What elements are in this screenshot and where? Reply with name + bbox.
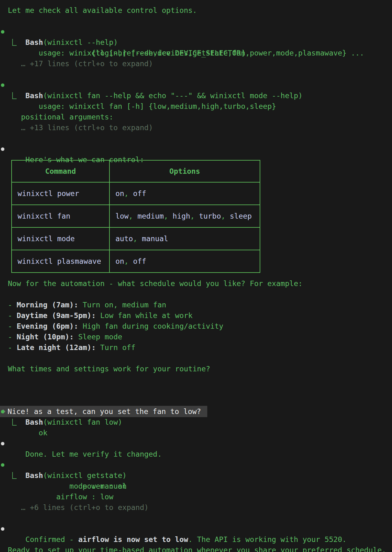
option-separator: , xyxy=(124,189,133,198)
list-dash: - xyxy=(8,343,17,352)
blank-line xyxy=(0,427,392,438)
output-elbow-icon xyxy=(12,419,17,426)
option-code: low xyxy=(115,212,129,220)
option-code: manual xyxy=(142,234,168,243)
output-text: positional arguments: xyxy=(8,113,114,121)
output-expand-hint: … +13 lines (ctrl+o to expand) xyxy=(0,122,392,133)
blank-line xyxy=(0,69,392,80)
table-cell-command: winixctl fan xyxy=(12,205,109,227)
list-dash: - xyxy=(8,300,17,309)
tool-bullet-icon xyxy=(1,410,4,413)
assistant-verify-note: Done. Let me verify it changed. xyxy=(0,438,392,449)
bash-fan-mode-help-output-line: usage: winixctl fan [-h] {low,medium,hig… xyxy=(0,90,392,101)
assistant-control-intro: Here's what we can control: xyxy=(0,144,392,154)
table-cell-command: winixctl power xyxy=(12,182,109,205)
assistant-intro-line: Let me check all available control optio… xyxy=(0,5,392,16)
table-cell-options: low, medium, high, turbo, sleep xyxy=(109,205,260,227)
assistant-closing-line: Ready to set up your time-based automati… xyxy=(0,545,392,552)
option-separator: , xyxy=(221,212,230,220)
assistant-confirmation: Confirmed - airflow is now set to low. T… xyxy=(0,523,392,534)
list-dash: - xyxy=(8,332,17,341)
getstate-output-line: airflow : low xyxy=(0,491,392,502)
assistant-text: What times and settings work for your ro… xyxy=(8,364,210,373)
blank-line xyxy=(0,513,392,523)
output-elbow-icon xyxy=(12,39,17,46)
bash-getstate-call: Bash(winixctl getstate) xyxy=(0,459,392,470)
schedule-label: Morning (7am): xyxy=(17,300,78,309)
option-code: turbo xyxy=(199,212,221,220)
getstate-output-line: mode : manual xyxy=(0,481,392,491)
schedule-value: Turn off xyxy=(96,343,135,352)
command-code: winixctl plasmawave xyxy=(18,257,101,265)
option-code: sleep xyxy=(230,212,252,220)
option-code: off xyxy=(133,189,146,198)
option-code: medium xyxy=(137,212,164,220)
bash-fan-low-call: Bash(winixctl fan low) xyxy=(0,406,392,417)
blank-line xyxy=(0,289,392,300)
command-code: winixctl mode xyxy=(18,234,75,243)
schedule-item: - Daytime (9am-5pm): Low fan while at wo… xyxy=(0,310,392,321)
message-bullet-icon xyxy=(1,147,4,151)
command-code: winixctl fan xyxy=(18,212,70,220)
output-text: airflow : low xyxy=(8,492,114,501)
output-text: mode : manual xyxy=(8,482,127,490)
schedule-label: Late night (12am): xyxy=(17,343,96,352)
table-cell-command: winixctl mode xyxy=(12,227,109,250)
hint-text: … +17 lines (ctrl+o to expand) xyxy=(8,59,153,68)
blank-line xyxy=(0,449,392,459)
bash-help-output-line: {login,refresh,devices,getstate,fan,powe… xyxy=(0,48,392,58)
schedule-label: Night (10pm): xyxy=(17,332,74,341)
table-row: winixctl fan low, medium, high, turbo, s… xyxy=(12,205,260,227)
option-code: on xyxy=(115,189,124,198)
message-bullet-icon xyxy=(1,442,4,445)
schedule-item: - Evening (6pm): High fan during cooking… xyxy=(0,321,392,332)
bash-help-call: Bash(winixctl --help) xyxy=(0,26,392,37)
option-separator: , xyxy=(129,212,137,220)
tool-bullet-icon xyxy=(1,30,4,34)
blank-line xyxy=(0,374,392,385)
schedule-item: - Late night (12am): Turn off xyxy=(0,342,392,353)
bash-fan-low-output-line: ok xyxy=(0,417,392,427)
table-row: winixctl power on, off xyxy=(12,182,260,205)
option-code: off xyxy=(133,257,146,265)
assistant-text: Ready to set up your time-based automati… xyxy=(8,546,386,552)
control-options-table: Command Options winixctl power on, off w… xyxy=(11,160,260,273)
blank-line xyxy=(0,16,392,26)
schedule-value: Turn on, medium fan xyxy=(78,300,166,309)
output-elbow-icon xyxy=(12,92,17,99)
assistant-text: Here's what we can control: xyxy=(25,155,144,164)
schedule-value: Sleep mode xyxy=(74,332,122,341)
blank-line xyxy=(0,133,392,144)
tool-bullet-icon xyxy=(1,83,4,87)
option-code: auto xyxy=(115,234,133,243)
table-cell-options: auto, manual xyxy=(109,227,260,250)
schedule-value: Low fan while at work xyxy=(96,311,193,320)
option-separator: , xyxy=(124,257,133,265)
schedule-item: - Night (10pm): Sleep mode xyxy=(0,332,392,342)
output-expand-hint: … +17 lines (ctrl+o to expand) xyxy=(0,58,392,69)
schedule-value: High fan during cooking/activity xyxy=(78,322,223,330)
table-cell-options: on, off xyxy=(109,182,260,205)
terminal: Let me check all available control optio… xyxy=(0,0,392,552)
option-separator: , xyxy=(164,212,172,220)
list-dash: - xyxy=(8,311,17,320)
routine-question-line: What times and settings work for your ro… xyxy=(0,364,392,374)
user-message-line: Nice! as a test, can you set the fan to … xyxy=(0,385,392,395)
bash-fan-mode-help-output-line: positional arguments: xyxy=(0,112,392,122)
output-text: {login,refresh,devices,getstate,fan,powe… xyxy=(8,49,364,57)
table-cell-command: winixctl plasmawave xyxy=(12,250,109,273)
output-elbow-icon xyxy=(12,472,17,479)
command-code: winixctl power xyxy=(18,189,79,198)
schedule-label: Daytime (9am-5pm): xyxy=(17,311,96,320)
blank-line xyxy=(0,353,392,364)
hint-text: … +13 lines (ctrl+o to expand) xyxy=(8,123,153,132)
option-separator: , xyxy=(190,212,199,220)
getstate-output-line: power : on xyxy=(0,470,392,481)
blank-line xyxy=(0,101,392,112)
option-code: high xyxy=(172,212,190,220)
bash-help-output-line: usage: winixctl [-h] [--device DEVICE_SE… xyxy=(0,37,392,48)
hint-text: … +6 lines (ctrl+o to expand) xyxy=(8,503,149,512)
message-bullet-icon xyxy=(1,527,4,531)
table-row: winixctl plasmawave on, off xyxy=(12,250,260,273)
output-expand-hint: … +6 lines (ctrl+o to expand) xyxy=(0,502,392,513)
